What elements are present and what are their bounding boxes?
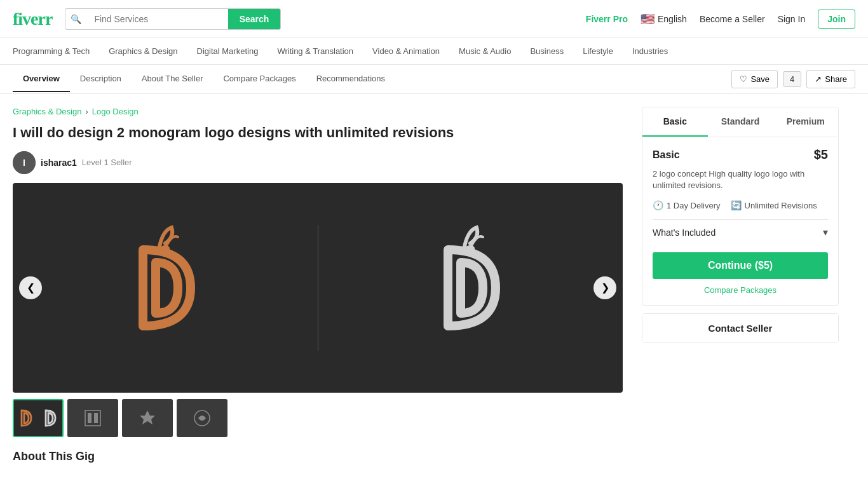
svg-point-6 <box>25 409 27 411</box>
right-panel: Basic Standard Premium Basic $5 2 logo c… <box>642 107 839 463</box>
share-label: Share <box>825 74 847 84</box>
tab-overview[interactable]: Overview <box>13 66 70 92</box>
carousel-next-button[interactable]: ❯ <box>593 276 616 299</box>
svg-point-3 <box>161 245 170 252</box>
seller-info: I isharac1 Level 1 Seller <box>13 151 623 174</box>
thumb-icon-3 <box>132 405 163 431</box>
svg-point-7 <box>49 409 51 411</box>
tab-premium[interactable]: Premium <box>773 107 838 137</box>
thumbnail-2[interactable] <box>67 399 118 437</box>
heart-icon: ♡ <box>740 74 747 84</box>
pricing-tabs: Basic Standard Premium <box>642 107 838 137</box>
thumbnail-1[interactable] <box>13 399 64 437</box>
thumb-inner-2 <box>69 400 117 436</box>
revisions-label: Unlimited Revisions <box>745 201 817 210</box>
seller-level: Level 1 Seller <box>82 158 132 167</box>
become-seller-link[interactable]: Become a Seller <box>700 14 765 24</box>
nav-music-audio[interactable]: Music & Audio <box>459 46 511 56</box>
pricing-features: 🕐 1 Day Delivery 🔄 Unlimited Revisions <box>653 200 828 210</box>
nav-writing-translation[interactable]: Writing & Translation <box>277 46 353 56</box>
tab-standard[interactable]: Standard <box>708 107 773 137</box>
pricing-description: 2 logo concept High quality logo logo wi… <box>653 168 828 191</box>
tab-basic[interactable]: Basic <box>642 107 708 137</box>
svg-rect-9 <box>88 413 92 423</box>
logo-right <box>318 183 623 393</box>
save-label: Save <box>750 74 770 84</box>
logo-svg-right <box>419 224 521 351</box>
thumb-svg-2 <box>38 405 62 431</box>
nav-video-animation[interactable]: Video & Animation <box>372 46 440 56</box>
seller-name[interactable]: isharac1 <box>41 158 77 168</box>
thumbnail-4[interactable] <box>177 399 227 437</box>
nav-graphics-design[interactable]: Graphics & Design <box>109 46 177 56</box>
pricing-card: Basic Standard Premium Basic $5 2 logo c… <box>642 107 839 306</box>
sub-nav-actions: ♡ Save 4 ↗ Share <box>731 70 855 88</box>
sub-nav: Overview Description About The Seller Co… <box>0 65 868 94</box>
join-button[interactable]: Join <box>818 10 855 29</box>
carousel-main-image: ❮ <box>13 183 623 393</box>
svg-rect-10 <box>94 413 98 423</box>
thumb-inner-3 <box>123 400 172 436</box>
pricing-amount: $5 <box>814 147 828 162</box>
svg-rect-8 <box>85 410 100 426</box>
nav-industries[interactable]: Industries <box>632 46 668 56</box>
carousel-thumbnails <box>13 399 623 437</box>
gig-title: I will do design 2 monogram logo designs… <box>13 124 623 142</box>
avatar-svg: I <box>13 151 36 174</box>
pricing-body: Basic $5 2 logo concept High quality log… <box>642 137 838 305</box>
breadcrumb-child[interactable]: Logo Design <box>92 107 139 116</box>
sign-in-link[interactable]: Sign In <box>778 14 806 24</box>
header-right: Fiverr Pro 🇺🇸 English Become a Seller Si… <box>586 10 855 29</box>
share-button[interactable]: ↗ Share <box>806 70 855 88</box>
svg-text:I: I <box>23 158 25 168</box>
about-section-title: About This Gig <box>13 450 623 463</box>
thumb-svg-1 <box>14 405 38 431</box>
logo-artwork <box>13 183 623 393</box>
nav-lifestyle[interactable]: Lifestyle <box>583 46 613 56</box>
nav-business[interactable]: Business <box>530 46 564 56</box>
continue-button[interactable]: Continue ($5) <box>653 252 828 279</box>
compare-packages-link[interactable]: Compare Packages <box>653 285 828 295</box>
nav-programming-tech[interactable]: Programming & Tech <box>13 46 90 56</box>
tab-description[interactable]: Description <box>70 66 132 92</box>
revisions-feature: 🔄 Unlimited Revisions <box>731 200 817 210</box>
image-carousel: ❮ <box>13 183 623 393</box>
thumb-inner-1 <box>14 400 62 436</box>
flag-icon: 🇺🇸 <box>641 12 654 26</box>
nav-digital-marketing[interactable]: Digital Marketing <box>197 46 259 56</box>
svg-point-5 <box>466 245 475 252</box>
tab-about-seller[interactable]: About The Seller <box>132 66 214 92</box>
language-selector[interactable]: 🇺🇸 English <box>641 12 687 26</box>
carousel-prev-button[interactable]: ❮ <box>19 276 42 299</box>
contact-seller-card: Contact Seller <box>642 313 839 343</box>
search-bar: 🔍 Search <box>65 8 281 30</box>
breadcrumb-parent[interactable]: Graphics & Design <box>13 107 81 116</box>
thumb-inner-4 <box>178 400 226 436</box>
search-button[interactable]: Search <box>228 9 281 29</box>
contact-seller-button[interactable]: Contact Seller <box>642 314 838 342</box>
search-input[interactable] <box>86 9 227 29</box>
breadcrumb: Graphics & Design › Logo Design <box>13 107 623 116</box>
clock-icon: 🕐 <box>653 200 663 210</box>
delivery-label: 1 Day Delivery <box>667 201 721 210</box>
language-label: English <box>658 14 687 24</box>
tab-compare-packages[interactable]: Compare Packages <box>213 66 306 92</box>
thumb-icon-4 <box>186 405 218 431</box>
thumb-icon-2 <box>77 405 109 431</box>
nav-categories: Programming & Tech Graphics & Design Dig… <box>0 38 868 65</box>
refresh-icon: 🔄 <box>731 200 742 210</box>
main-content: Graphics & Design › Logo Design I will d… <box>0 94 851 476</box>
save-button[interactable]: ♡ Save <box>731 70 778 88</box>
thumbnail-3[interactable] <box>122 399 173 437</box>
search-icon: 🔍 <box>65 14 86 24</box>
whats-included-row[interactable]: What's Included ▾ <box>653 219 828 245</box>
fiverr-pro-link[interactable]: Fiverr Pro <box>586 14 628 24</box>
chevron-down-icon: ▾ <box>823 226 828 238</box>
tab-recommendations[interactable]: Recommendations <box>306 66 395 92</box>
sub-nav-tabs: Overview Description About The Seller Co… <box>13 66 395 92</box>
delivery-feature: 🕐 1 Day Delivery <box>653 200 721 210</box>
breadcrumb-separator: › <box>85 107 88 116</box>
avatar: I <box>13 151 36 174</box>
logo-left <box>13 183 318 393</box>
logo[interactable]: fiverr <box>13 9 52 29</box>
